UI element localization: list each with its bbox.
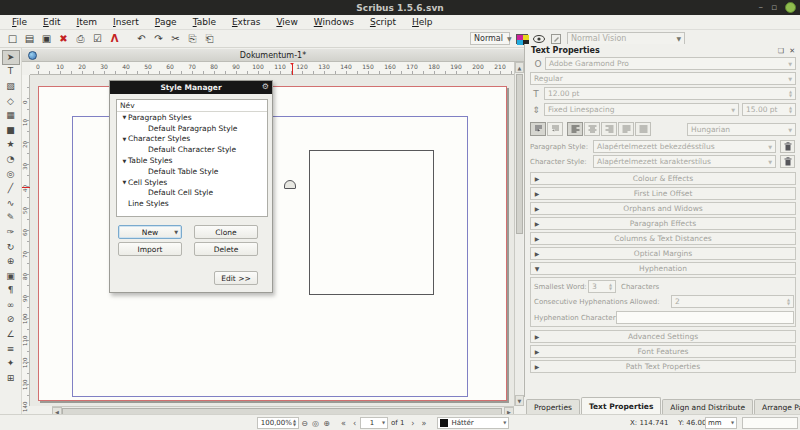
previous-page-icon[interactable]: ‹ <box>349 419 360 428</box>
insert-polygon-tool[interactable]: ★ <box>2 138 20 153</box>
section-colour-effects[interactable]: ▶Colour & Effects <box>530 172 796 185</box>
style-tree-item-default-character-style[interactable]: Default Character Style <box>117 144 267 155</box>
print-document-icon[interactable]: ⎙ <box>72 31 89 46</box>
paste-icon[interactable]: ⎗ <box>201 31 218 46</box>
last-page-icon[interactable]: » <box>418 419 429 428</box>
style-manager-titlebar[interactable]: Style Manager ⚙ <box>110 81 272 94</box>
document-tab[interactable]: Dokumentum-1* <box>22 49 524 62</box>
style-tree-item-line-styles[interactable]: Line Styles <box>117 198 267 209</box>
style-tree-item-cell-styles[interactable]: ▼Cell Styles <box>117 177 267 188</box>
import-style-button[interactable]: Import <box>118 242 182 256</box>
menu-script[interactable]: Script <box>362 16 404 28</box>
insert-freehand-tool[interactable]: ✎ <box>2 211 20 226</box>
insert-line-tool[interactable]: ╱ <box>2 181 20 196</box>
zoom-tool[interactable]: ⊕ <box>2 254 20 269</box>
vertical-scrollbar[interactable]: ▲ ▼ <box>514 62 523 406</box>
new-document-icon[interactable]: □ <box>4 31 21 46</box>
minimize-icon[interactable]: – <box>758 2 763 13</box>
section-orphans-and-widows[interactable]: ▶Orphans and Widows <box>530 202 796 215</box>
tab-align-and-distribute[interactable]: Align and Distribute <box>662 399 753 414</box>
menu-item[interactable]: Item <box>69 16 106 28</box>
copy-icon[interactable]: ⎘ <box>184 31 201 46</box>
close-panel-icon[interactable]: ✕ <box>789 47 795 55</box>
select-tool[interactable]: ➤ <box>2 50 20 65</box>
new-style-button[interactable]: New ▼ <box>118 225 182 239</box>
zoom-100-icon[interactable]: ◎ <box>310 419 321 428</box>
align-right-button[interactable] <box>601 122 617 136</box>
section-columns-text-distances[interactable]: ▶Columns & Text Distances <box>530 232 796 245</box>
vertical-scroll-thumb[interactable] <box>516 74 523 234</box>
section-path-text-properties[interactable]: ▶Path Text Properties <box>530 360 796 373</box>
menu-windows[interactable]: Windows <box>306 16 362 28</box>
copy-item-properties-tool[interactable]: ≡ <box>2 342 20 357</box>
insert-image-frame-tool[interactable]: ▧ <box>2 79 20 94</box>
insert-text-frame-tool[interactable]: T <box>2 65 20 80</box>
direction-ltr-button[interactable] <box>530 122 546 136</box>
zoom-in-icon[interactable]: ⊕ <box>321 419 332 428</box>
unlink-text-frames-tool[interactable]: ⊘ <box>2 313 20 328</box>
float-panel-icon[interactable]: ❏ <box>778 47 784 55</box>
layer-select[interactable]: Háttér ▼ <box>437 417 509 429</box>
align-justify-button[interactable] <box>618 122 634 136</box>
menu-help[interactable]: Help <box>404 16 441 28</box>
scroll-down-icon[interactable]: ▼ <box>515 395 524 406</box>
insert-render-frame-tool[interactable]: ◇ <box>2 94 20 109</box>
close-icon[interactable] <box>785 2 796 13</box>
menu-insert[interactable]: Insert <box>105 16 147 28</box>
menu-page[interactable]: Page <box>147 16 185 28</box>
section-paragraph-effects[interactable]: ▶Paragraph Effects <box>530 217 796 230</box>
dialog-close-icon[interactable]: ⚙ <box>262 82 269 91</box>
menu-extras[interactable]: Extras <box>224 16 268 28</box>
align-force-justify-button[interactable] <box>635 122 651 136</box>
undo-icon[interactable]: ↶ <box>133 31 150 46</box>
menu-edit[interactable]: Edit <box>35 16 68 28</box>
zoom-level-spinner[interactable]: 100,00% ▲▼ <box>257 417 299 429</box>
scroll-up-icon[interactable]: ▲ <box>515 62 524 73</box>
tree-expander-icon[interactable]: ▼ <box>121 179 128 185</box>
style-tree-item-default-cell-style[interactable]: Default Cell Style <box>117 188 267 199</box>
tab-arrange-pages[interactable]: Arrange Pages <box>754 399 800 414</box>
tab-properties[interactable]: Properties <box>526 399 580 414</box>
preflight-verifier-icon[interactable]: ☑ <box>89 31 106 46</box>
insert-shape-tool[interactable]: ■ <box>2 123 20 138</box>
edit-style-button[interactable]: Edit >> <box>214 271 258 285</box>
eye-dropper-tool[interactable]: ✦ <box>2 356 20 371</box>
table-frame[interactable] <box>309 150 434 295</box>
delete-style-button[interactable]: Delete <box>194 242 258 256</box>
unit-select[interactable]: mm ▼ <box>705 417 737 429</box>
tab-text-properties[interactable]: Text Properties <box>581 397 661 414</box>
pdf-tools[interactable]: ⊞ <box>2 371 20 386</box>
style-tree-item-paragraph-styles[interactable]: ▼Paragraph Styles <box>117 112 267 123</box>
align-left-button[interactable] <box>567 122 583 136</box>
style-tree-item-character-styles[interactable]: ▼Character Styles <box>117 134 267 145</box>
style-list[interactable]: Név ▼Paragraph StylesDefault Paragraph S… <box>116 99 268 217</box>
redo-icon[interactable]: ↷ <box>150 31 167 46</box>
rotate-item-tool[interactable]: ↻ <box>2 240 20 255</box>
preview-quality-select[interactable]: Normal ▼ <box>470 32 510 45</box>
style-tree-item-default-table-style[interactable]: Default Table Style <box>117 166 267 177</box>
menu-table[interactable]: Table <box>185 16 224 28</box>
section-advanced-settings[interactable]: ▶Advanced Settings <box>530 330 796 343</box>
section-hyphenation[interactable]: ▼ Hyphenation <box>530 262 796 275</box>
measurements-tool[interactable]: ∠ <box>2 327 20 342</box>
style-tree-item-table-styles[interactable]: ▼Table Styles <box>117 155 267 166</box>
section-optical-margins[interactable]: ▶Optical Margins <box>530 247 796 260</box>
edit-contents-tool[interactable]: ▣ <box>2 269 20 284</box>
cut-icon[interactable]: ✂ <box>167 31 184 46</box>
section-first-line-offset[interactable]: ▶First Line Offset <box>530 187 796 200</box>
insert-spiral-tool[interactable]: ◎ <box>2 167 20 182</box>
style-tree-item-default-paragraph-style[interactable]: Default Paragraph Style <box>117 123 267 134</box>
direction-rtl-button[interactable] <box>547 122 563 136</box>
first-page-icon[interactable]: « <box>338 419 349 428</box>
next-page-icon[interactable]: › <box>407 419 418 428</box>
page-number-field[interactable]: 1 ▼ <box>360 417 388 429</box>
insert-arc-tool[interactable]: ◔ <box>2 152 20 167</box>
open-document-icon[interactable]: ▤ <box>21 31 38 46</box>
menu-view[interactable]: View <box>268 16 305 28</box>
section-font-features[interactable]: ▶Font Features <box>530 345 796 358</box>
insert-bezier-tool[interactable]: ∿ <box>2 196 20 211</box>
zoom-out-icon[interactable]: ⊖ <box>299 419 310 428</box>
link-text-frames-tool[interactable]: ∞ <box>2 298 20 313</box>
story-editor-tool[interactable]: ¶ <box>2 284 20 299</box>
clear-character-style-button[interactable] <box>780 155 795 168</box>
